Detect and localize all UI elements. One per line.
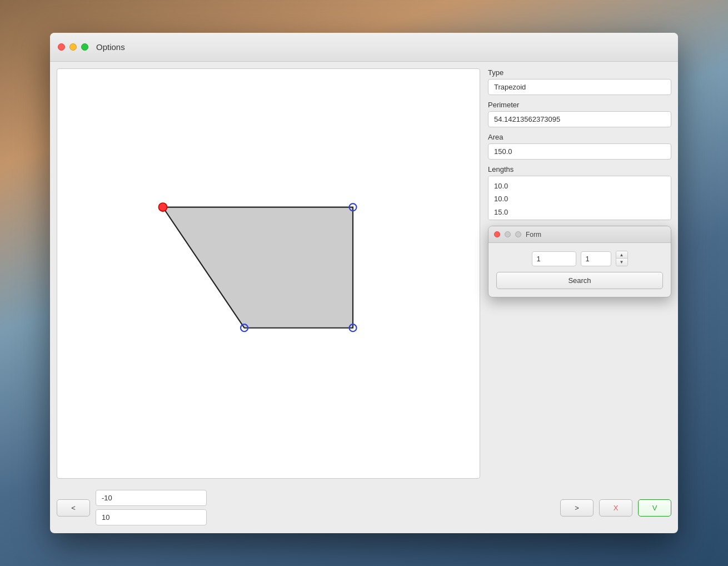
main-window: Options Type Tra <box>50 33 678 533</box>
lengths-list: 10.0 10.0 15.0 20.0 <box>488 176 671 220</box>
type-section: Type Trapezoid <box>488 68 671 95</box>
coordinate-inputs <box>96 490 207 525</box>
spinner-up-button[interactable]: ▲ <box>616 251 627 259</box>
sub-close-button[interactable] <box>494 231 500 237</box>
traffic-lights <box>58 43 88 51</box>
perimeter-label: Perimeter <box>488 101 671 109</box>
sub-input-2[interactable] <box>581 251 611 266</box>
bottom-controls: < > X V <box>50 485 678 533</box>
right-panel: Type Trapezoid Perimeter 54.142135623730… <box>488 68 671 479</box>
lengths-section: Lengths 10.0 10.0 15.0 20.0 <box>488 165 671 220</box>
sub-window: Form ▲ ▼ Search <box>488 226 671 297</box>
type-label: Type <box>488 68 671 77</box>
perimeter-section: Perimeter 54.14213562373095 <box>488 101 671 127</box>
confirm-button[interactable]: V <box>638 499 671 517</box>
sub-inputs-row: ▲ ▼ <box>496 251 663 266</box>
search-button[interactable]: Search <box>496 272 663 289</box>
titlebar: Options <box>50 33 678 62</box>
sub-content: ▲ ▼ Search <box>488 243 671 297</box>
shape-canvas <box>57 69 480 478</box>
vertex-handle-0[interactable] <box>158 203 167 211</box>
area-label: Area <box>488 133 671 141</box>
minimize-button[interactable] <box>69 43 77 51</box>
input-field-2[interactable] <box>96 509 207 525</box>
prev-button[interactable]: < <box>57 499 90 517</box>
list-item: 15.0 <box>494 206 665 219</box>
sub-titlebar: Form <box>488 226 671 243</box>
window-title: Options <box>96 42 125 52</box>
window-title-area: Options <box>88 42 670 52</box>
spinner-control: ▲ ▼ <box>616 251 628 266</box>
cancel-button[interactable]: X <box>599 499 632 517</box>
input-field-1[interactable] <box>96 490 207 506</box>
sub-window-title: Form <box>526 231 541 239</box>
next-button[interactable]: > <box>560 499 594 517</box>
canvas-panel[interactable] <box>57 68 480 479</box>
list-item: 10.0 <box>494 180 665 192</box>
maximize-button[interactable] <box>81 43 88 51</box>
area-value: 150.0 <box>488 143 671 160</box>
list-item: 20.0 <box>494 219 665 220</box>
perimeter-value: 54.14213562373095 <box>488 111 671 127</box>
main-content: Type Trapezoid Perimeter 54.142135623730… <box>50 62 678 485</box>
trapezoid-shape <box>163 207 353 328</box>
type-value: Trapezoid <box>488 79 671 95</box>
sub-maximize-button[interactable] <box>515 231 521 237</box>
lengths-label: Lengths <box>488 165 671 173</box>
spinner-down-button[interactable]: ▼ <box>616 259 627 266</box>
list-item: 10.0 <box>494 192 665 205</box>
sub-minimize-button[interactable] <box>505 231 511 237</box>
area-section: Area 150.0 <box>488 133 671 160</box>
lengths-list-container[interactable]: 10.0 10.0 15.0 20.0 <box>488 176 671 220</box>
sub-input-1[interactable] <box>532 251 576 266</box>
close-button[interactable] <box>58 43 65 51</box>
